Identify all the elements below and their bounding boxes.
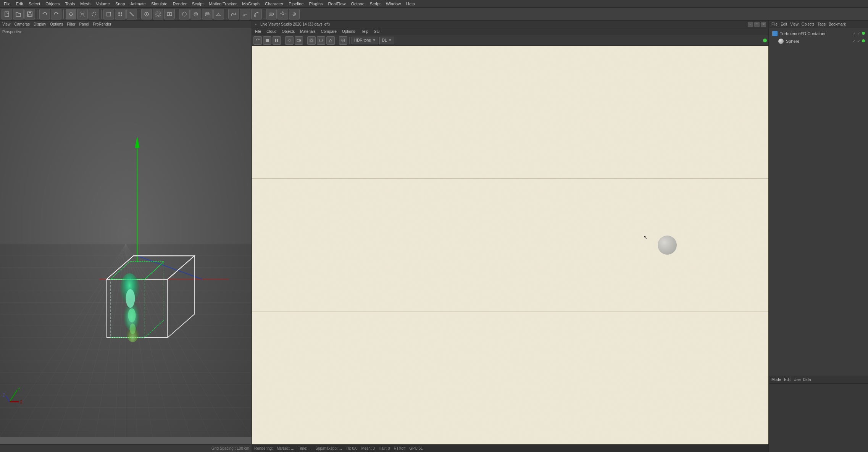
toolbar-rotate[interactable] xyxy=(89,9,99,19)
toolbar-render[interactable] xyxy=(141,9,152,19)
toolbar-light[interactable] xyxy=(278,9,288,19)
3d-viewport[interactable]: View Cameras Display Options Filter Pane… xyxy=(0,21,252,452)
toolbar-sweep[interactable] xyxy=(240,9,250,19)
toolbar-open[interactable] xyxy=(13,9,24,19)
menu-realflow[interactable]: RealFlow xyxy=(326,1,348,7)
toolbar-camera[interactable] xyxy=(266,9,277,19)
oct-btn-pause[interactable] xyxy=(273,36,281,45)
right-menu-tags[interactable]: Tags xyxy=(818,22,826,26)
viewport-menu-display[interactable]: Display xyxy=(34,22,46,26)
viewport-menu-panel[interactable]: Panel xyxy=(79,22,89,26)
octane-live-viewer: Live Viewer Studio 2020.14 (33 days left… xyxy=(252,21,769,452)
oct-btn-region3[interactable] xyxy=(326,36,335,45)
toolbar-sphere-prim[interactable] xyxy=(190,9,201,19)
prop-edit[interactable]: Edit xyxy=(784,378,791,382)
viewport-canvas[interactable]: Perspective xyxy=(0,28,252,437)
oct-btn-stop[interactable] xyxy=(263,36,271,45)
svg-point-30 xyxy=(205,15,209,16)
toolbar-cylinder[interactable] xyxy=(202,9,213,19)
oct-btn-hdr[interactable] xyxy=(339,36,347,45)
toolbar-new[interactable] xyxy=(2,9,12,19)
win-close[interactable]: ✕ xyxy=(761,22,766,27)
toolbar-edge-mode[interactable] xyxy=(126,9,137,19)
menu-mograph[interactable]: MoGraph xyxy=(240,1,262,7)
menu-help[interactable]: Help xyxy=(404,1,417,7)
right-menu-bookmark[interactable]: Bookmark xyxy=(829,22,846,26)
oct-btn-region-rect[interactable] xyxy=(307,36,316,45)
menu-sculpt[interactable]: Sculpt xyxy=(190,1,206,7)
prop-user-data[interactable]: User Data xyxy=(794,378,811,382)
prop-mode[interactable]: Mode xyxy=(771,378,781,382)
oct-menu-file[interactable]: File xyxy=(253,29,263,34)
toolbar-plane[interactable] xyxy=(213,9,224,19)
toolbar-object-mode[interactable] xyxy=(103,9,114,19)
oct-menu-objects[interactable]: Objects xyxy=(280,29,296,34)
viewport-submenu: View Cameras Display Options Filter Pane… xyxy=(0,21,252,28)
right-menu-file[interactable]: File xyxy=(771,22,778,26)
menu-animate[interactable]: Animate xyxy=(128,1,148,7)
render-panel-bottom[interactable] xyxy=(252,312,768,444)
toolbar-save[interactable] xyxy=(24,9,35,19)
toolbar-move[interactable] xyxy=(66,9,76,19)
viewport-menu-options[interactable]: Options xyxy=(50,22,63,26)
toolbar-deformer[interactable] xyxy=(251,9,262,19)
oct-menu-materials[interactable]: Materials xyxy=(298,29,317,34)
viewport-menu-filter[interactable]: Filter xyxy=(67,22,75,26)
win-minimize[interactable]: − xyxy=(748,22,753,27)
menu-volume[interactable]: Volume xyxy=(94,1,112,7)
hdr-tone-dropdown[interactable]: HDR tone ▼ xyxy=(352,37,378,44)
menu-motion-tracker[interactable]: Motion Tracker xyxy=(207,1,239,7)
render-panel-middle[interactable]: ↖ xyxy=(252,179,768,312)
viewport-menu-cameras[interactable]: Cameras xyxy=(15,22,30,26)
toolbar-separator-2 xyxy=(63,10,64,19)
menu-simulate[interactable]: Simulate xyxy=(149,1,170,7)
menu-mesh[interactable]: Mesh xyxy=(78,1,93,7)
oct-btn-settings[interactable] xyxy=(285,36,294,45)
menu-objects[interactable]: Objects xyxy=(43,1,62,7)
render-panel-top[interactable] xyxy=(252,46,768,179)
titlebar-dot xyxy=(255,24,257,25)
toolbar-redo[interactable] xyxy=(51,9,61,19)
menu-window[interactable]: Window xyxy=(384,1,403,7)
oct-btn-camera[interactable] xyxy=(295,36,303,45)
toolbar-spline[interactable] xyxy=(228,9,239,19)
svg-line-9 xyxy=(80,12,82,13)
menu-select[interactable]: Select xyxy=(26,1,43,7)
win-maximize[interactable]: □ xyxy=(754,22,760,27)
oct-btn-region2[interactable] xyxy=(317,36,325,45)
scene-object-sphere[interactable]: Sphere ✓ ✓ xyxy=(771,37,866,45)
oct-menu-compare[interactable]: Compare xyxy=(319,29,338,34)
oct-btn-refresh[interactable] xyxy=(253,36,262,45)
viewport-menu-prorender[interactable]: ProRender xyxy=(93,22,111,26)
menu-plugins[interactable]: Plugins xyxy=(307,1,325,7)
toolbar-render-view[interactable] xyxy=(164,9,175,19)
toolbar-undo[interactable] xyxy=(39,9,50,19)
toolbar-render-region[interactable] xyxy=(153,9,163,19)
menu-octane[interactable]: Octane xyxy=(348,1,366,7)
menu-pipeline[interactable]: Pipeline xyxy=(286,1,306,7)
toolbar-point-mode[interactable] xyxy=(115,9,126,19)
toolbar-scale[interactable] xyxy=(77,9,88,19)
menu-character[interactable]: Character xyxy=(263,1,286,7)
menu-tools[interactable]: Tools xyxy=(63,1,77,7)
octane-render-area[interactable]: ↖ xyxy=(252,46,768,444)
svg-rect-122 xyxy=(311,40,312,41)
oct-menu-options[interactable]: Options xyxy=(340,29,357,34)
menu-edit[interactable]: Edit xyxy=(14,1,26,7)
svg-point-118 xyxy=(288,39,291,42)
oct-menu-help[interactable]: Help xyxy=(359,29,370,34)
menu-script[interactable]: Script xyxy=(368,1,383,7)
oct-menu-gui[interactable]: GUI xyxy=(372,29,382,34)
menu-render[interactable]: Render xyxy=(171,1,189,7)
toolbar-cube[interactable] xyxy=(179,9,190,19)
right-menu-objects[interactable]: Objects xyxy=(802,22,815,26)
right-menu-edit[interactable]: Edit xyxy=(781,22,787,26)
viewport-menu-view[interactable]: View xyxy=(2,22,11,26)
menu-snap[interactable]: Snap xyxy=(113,1,127,7)
dl-dropdown[interactable]: DL ▼ xyxy=(379,37,394,44)
scene-object-turbulence[interactable]: TurbulenceFD Container ✓ ✓ xyxy=(771,30,866,37)
right-menu-view[interactable]: View xyxy=(790,22,799,26)
menu-file[interactable]: File xyxy=(2,1,13,7)
toolbar-null[interactable] xyxy=(289,9,300,19)
oct-menu-cloud[interactable]: Cloud xyxy=(265,29,278,34)
